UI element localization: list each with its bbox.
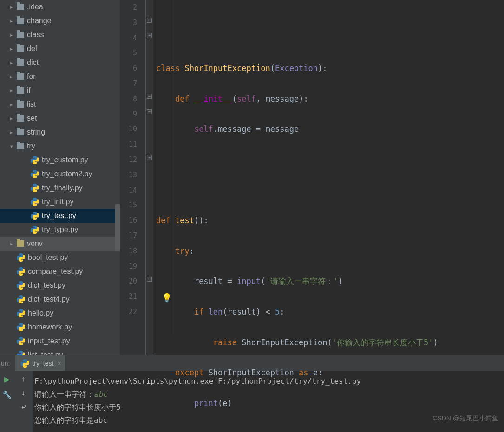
chevron-icon[interactable]: ▸ xyxy=(8,46,15,52)
tree-file[interactable]: dict_test.py xyxy=(0,278,120,292)
tree-item-label: hello.py xyxy=(28,309,53,317)
tree-folder[interactable]: ▸venv xyxy=(0,237,120,251)
tree-folder[interactable]: ▸for xyxy=(0,70,120,84)
fold-marker-icon[interactable]: − xyxy=(147,109,152,114)
folder-icon xyxy=(17,32,24,38)
line-number: 2 xyxy=(120,0,137,15)
tree-item-label: try_custom2.py xyxy=(42,170,92,178)
tree-file[interactable]: bool_test.py xyxy=(0,251,120,264)
python-file-icon xyxy=(31,226,39,234)
line-number: 13 xyxy=(120,168,137,183)
tree-folder[interactable]: ▸list xyxy=(0,97,120,111)
line-number: 16 xyxy=(120,213,137,228)
tree-file[interactable]: compare_test.py xyxy=(0,264,120,278)
scrollbar[interactable] xyxy=(115,204,120,251)
fold-column[interactable]: − − − − − − xyxy=(146,0,153,355)
python-file-icon xyxy=(17,267,25,276)
chevron-icon[interactable]: ▸ xyxy=(8,18,15,24)
tree-folder[interactable]: ▸if xyxy=(0,84,120,97)
tree-file[interactable]: try_custom.py xyxy=(0,153,120,167)
tree-item-label: set xyxy=(27,114,37,123)
line-numbers: 2345678910111213141516171819202122 xyxy=(120,0,146,355)
code-line xyxy=(156,152,504,168)
chevron-icon[interactable]: ▾ xyxy=(8,143,15,149)
wrap-icon[interactable]: ⤶ xyxy=(20,403,26,412)
code-editor[interactable]: 2345678910111213141516171819202122 − − −… xyxy=(120,0,504,355)
code-line: raise ShorInputException('你输入的字符串长度小于5') xyxy=(156,335,504,350)
tree-item-label: input_test.py xyxy=(28,337,70,345)
tree-item-label: bool_test.py xyxy=(28,253,68,262)
line-number: 19 xyxy=(120,259,137,274)
fold-marker-icon[interactable]: − xyxy=(147,33,152,38)
line-number: 7 xyxy=(120,76,137,91)
code-area[interactable]: class ShorInputException(Exception): def… xyxy=(153,0,504,355)
tree-file[interactable]: input_test.py xyxy=(0,334,120,348)
line-number: 6 xyxy=(120,61,137,76)
tree-folder[interactable]: ▸set xyxy=(0,111,120,125)
chevron-icon[interactable]: ▸ xyxy=(8,88,15,94)
tree-item-label: dict_test.py xyxy=(28,281,65,290)
tree-folder[interactable]: ▸string xyxy=(0,125,120,139)
line-number: 9 xyxy=(120,107,137,122)
wrench-icon[interactable]: 🔧 xyxy=(2,390,12,399)
fold-marker-icon[interactable]: − xyxy=(147,94,152,99)
tree-folder[interactable]: ▸change xyxy=(0,14,120,28)
line-number: 21 xyxy=(120,289,137,304)
folder-icon xyxy=(17,87,24,94)
tree-file[interactable]: try_finally.py xyxy=(0,181,120,195)
chevron-icon[interactable]: ▸ xyxy=(8,32,15,38)
close-icon[interactable]: × xyxy=(57,360,61,367)
chevron-icon[interactable]: ▸ xyxy=(8,116,15,122)
tree-item-label: change xyxy=(27,17,52,25)
line-number: 5 xyxy=(120,45,137,61)
line-number: 22 xyxy=(120,304,137,320)
tree-file[interactable]: try_init.py xyxy=(0,195,120,209)
arrow-up-icon[interactable]: ↑ xyxy=(21,375,25,383)
tree-item-label: list xyxy=(27,100,36,109)
tree-item-label: dict xyxy=(27,58,39,67)
chevron-icon[interactable]: ▸ xyxy=(8,102,15,108)
run-tab[interactable]: try_test × xyxy=(15,355,65,371)
tree-folder[interactable]: ▾try xyxy=(0,139,120,153)
run-toolbar-2: ↑ ↓ ⤶ xyxy=(14,371,33,432)
folder-icon xyxy=(17,4,24,10)
arrow-down-icon[interactable]: ↓ xyxy=(21,389,25,397)
folder-icon xyxy=(17,45,24,52)
chevron-icon[interactable]: ▸ xyxy=(8,4,15,10)
line-number: 4 xyxy=(120,31,137,46)
chevron-icon[interactable]: ▸ xyxy=(8,60,15,66)
chevron-icon[interactable]: ▸ xyxy=(8,129,15,135)
fold-marker-icon[interactable]: − xyxy=(147,277,152,282)
code-line: def test(): xyxy=(156,213,504,228)
lightbulb-icon[interactable]: 💡 xyxy=(162,290,172,306)
play-icon[interactable]: ▶ xyxy=(4,375,10,384)
tree-file[interactable]: homework.py xyxy=(0,320,120,334)
tree-file[interactable]: try_type.py xyxy=(0,223,120,237)
chevron-icon[interactable]: ▸ xyxy=(8,241,15,247)
code-line xyxy=(156,426,504,432)
tree-folder[interactable]: ▸.idea xyxy=(0,0,120,14)
tree-folder[interactable]: ▸class xyxy=(0,28,120,42)
tree-file[interactable]: hello.py xyxy=(0,306,120,320)
line-number: 20 xyxy=(120,274,137,289)
code-line xyxy=(156,31,504,46)
fold-marker-icon[interactable]: − xyxy=(147,18,152,23)
tree-folder[interactable]: ▸def xyxy=(0,42,120,56)
tree-item-label: try_custom.py xyxy=(42,156,88,164)
folder-icon xyxy=(17,59,24,66)
tree-file[interactable]: try_custom2.py xyxy=(0,167,120,181)
chevron-icon[interactable]: ▸ xyxy=(8,74,15,80)
watermark: CSDN @短尾巴小鳄鱼 xyxy=(432,414,498,423)
tree-file[interactable]: dict_test4.py xyxy=(0,292,120,306)
tree-file[interactable]: try_test.py xyxy=(0,209,120,223)
python-icon xyxy=(21,359,29,368)
code-line xyxy=(156,183,504,198)
project-tree[interactable]: ▸.idea▸change▸class▸def▸dict▸for▸if▸list… xyxy=(0,0,120,355)
tree-folder[interactable]: ▸dict xyxy=(0,56,120,70)
line-number: 11 xyxy=(120,137,137,152)
folder-icon xyxy=(17,240,24,247)
folder-icon xyxy=(17,143,24,149)
line-number: 17 xyxy=(120,228,137,244)
tree-file[interactable]: list_test.py xyxy=(0,348,120,355)
fold-marker-icon[interactable]: − xyxy=(147,155,152,160)
